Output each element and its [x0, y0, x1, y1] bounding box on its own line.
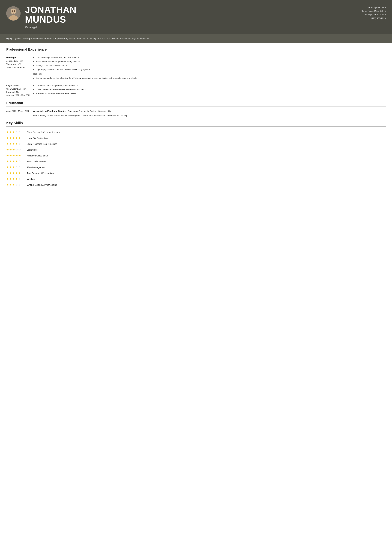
bullet-icon [33, 57, 34, 58]
star-icon: ★ [9, 130, 12, 134]
skill-name: Trial Document Preparation [27, 172, 54, 175]
star-icon: ★ [9, 153, 12, 158]
skill-name: Time Management [27, 166, 45, 169]
job-title: Paralegal [25, 25, 76, 29]
skill-row: ★★★★☆Team Collaboration [6, 159, 386, 165]
skill-stars: ★★★★★ [6, 171, 24, 175]
svg-point-4 [12, 10, 13, 12]
contact-info: 4759 Sunnydale Lane Plano, Texas, USA, 1… [354, 6, 386, 20]
list-item: Praised for thorough, accurate legal res… [33, 92, 386, 95]
star-icon: ★ [12, 183, 15, 187]
star-icon: ☆ [18, 142, 21, 146]
dates-intern: January 2022 - May 2022 [6, 94, 31, 97]
exp-right-intern: Drafted motions, subpoenas, and complain… [33, 84, 386, 97]
bullet-icon [33, 85, 34, 86]
skill-name: Client Service & Communications [27, 131, 60, 134]
star-icon: ★ [15, 142, 18, 146]
address-line2: Plano, Texas, USA, 12345 [354, 9, 386, 13]
star-icon: ☆ [18, 148, 21, 152]
skills-section-title: Key Skills [6, 120, 386, 127]
star-icon: ★ [12, 148, 15, 152]
edu-school-0: Onondaga Community College, Syracuse, NY [68, 110, 111, 112]
star-icon: ★ [18, 136, 21, 140]
svg-point-5 [14, 10, 15, 12]
star-icon: ★ [9, 171, 12, 175]
company-paralegal: Jenkins Law Firm, [6, 59, 31, 63]
skill-name: Team Collaboration [27, 160, 46, 163]
skill-name: Westlaw [27, 177, 35, 181]
star-icon: ★ [12, 177, 15, 181]
bullets-intern: Drafted motions, subpoenas, and complain… [33, 84, 386, 95]
main-content: Professional Experience Paralegal Jenkin… [0, 43, 392, 197]
header-name-block: JONATHAN MUNDUS Paralegal [25, 5, 76, 29]
exp-entry-intern: Legal Intern Clearwater Law Firm, Liverp… [6, 84, 386, 97]
star-icon: ★ [12, 171, 15, 175]
resume-header: JONATHAN MUNDUS Paralegal 4759 Sunnydale… [0, 0, 392, 34]
skill-stars: ★★★★☆ [6, 177, 24, 181]
skill-stars: ★★★★★ [6, 153, 24, 158]
exp-left-intern: Legal Intern Clearwater Law Firm, Liverp… [6, 84, 33, 97]
bullet-icon [33, 65, 34, 66]
highlight-bullets-paralegal: Earned top marks on formal review for ef… [33, 76, 386, 80]
avatar [6, 6, 21, 21]
skill-stars: ★★★☆☆ [6, 148, 24, 152]
star-icon: ☆ [18, 160, 21, 164]
star-icon: ★ [6, 160, 9, 164]
education-section: Education June 2018 - March 2022 Associa… [6, 100, 386, 117]
star-icon: ★ [15, 171, 18, 175]
star-icon: ★ [18, 171, 21, 175]
star-icon: ★ [12, 165, 15, 169]
skill-stars: ★★★★☆ [6, 160, 24, 164]
edu-dates-0: June 2018 - March 2022 [6, 110, 31, 113]
skill-row: ★★★☆☆Client Service & Communications [6, 129, 386, 135]
skill-name: Writing, Editing & Proofreading [27, 183, 57, 187]
experience-section-title: Professional Experience [6, 47, 386, 53]
exp-left-paralegal: Paralegal Jenkins Law Firm, Watertown, N… [6, 56, 33, 80]
list-item: Manage case files and documents [33, 64, 386, 67]
list-item: Assist with research for personal injury… [33, 60, 386, 63]
star-icon: ★ [9, 148, 12, 152]
skill-name: Legal File Digitization [27, 137, 48, 140]
education-section-title: Education [6, 100, 386, 107]
star-icon: ☆ [15, 183, 18, 187]
star-icon: ★ [15, 153, 18, 158]
exp-right-paralegal: Draft pleadings, witness lists, and tria… [33, 56, 386, 80]
skill-stars: ★★★☆☆ [6, 130, 24, 134]
skill-stars: ★★★☆☆ [6, 183, 24, 187]
star-icon: ★ [15, 160, 18, 164]
list-item: Draft pleadings, witness lists, and tria… [33, 56, 386, 59]
skill-row: ★★★★☆Legal Research Best Practices [6, 141, 386, 147]
header-left: JONATHAN MUNDUS Paralegal [6, 5, 76, 29]
summary-text-after: with recent experience in personal injur… [32, 37, 150, 40]
skills-list: ★★★☆☆Client Service & Communications★★★★… [6, 129, 386, 188]
job-title-paralegal: Paralegal [6, 56, 31, 59]
edu-entry-0: June 2018 - March 2022 Associate in Para… [6, 110, 386, 117]
skill-row: ★★★★★Trial Document Preparation [6, 170, 386, 176]
address-line1: 4759 Sunnydale Lane [354, 6, 386, 9]
edu-bullets-0: Won a writing competition for essay, det… [33, 114, 386, 117]
phone: (123) 456-7890 [354, 17, 386, 20]
edu-degree-0: Associate in Paralegal Studies [33, 110, 66, 112]
list-item: Digitize physical documents in the elect… [33, 68, 386, 71]
star-icon: ★ [9, 142, 12, 146]
star-icon: ☆ [15, 165, 18, 169]
job-title-intern: Legal Intern [6, 84, 31, 88]
skill-row: ★★★★★Legal File Digitization [6, 135, 386, 141]
star-icon: ★ [12, 142, 15, 146]
list-item: Drafted motions, subpoenas, and complain… [33, 84, 386, 87]
star-icon: ★ [15, 177, 18, 181]
full-name: JONATHAN MUNDUS [25, 5, 76, 24]
star-icon: ★ [6, 165, 9, 169]
bullet-icon [33, 78, 34, 79]
star-icon: ☆ [18, 177, 21, 181]
list-item: Earned top marks on formal review for ef… [33, 76, 386, 80]
location-paralegal: Watertown, NY, [6, 63, 31, 66]
experience-section: Professional Experience Paralegal Jenkin… [6, 47, 386, 97]
star-icon: ★ [6, 153, 9, 158]
star-icon: ☆ [18, 130, 21, 134]
star-icon: ★ [6, 177, 9, 181]
star-icon: ★ [6, 130, 9, 134]
list-item: Transcribed interviews between attorneys… [33, 88, 386, 91]
bullet-icon [33, 93, 34, 94]
skill-stars: ★★★★☆ [6, 142, 24, 146]
